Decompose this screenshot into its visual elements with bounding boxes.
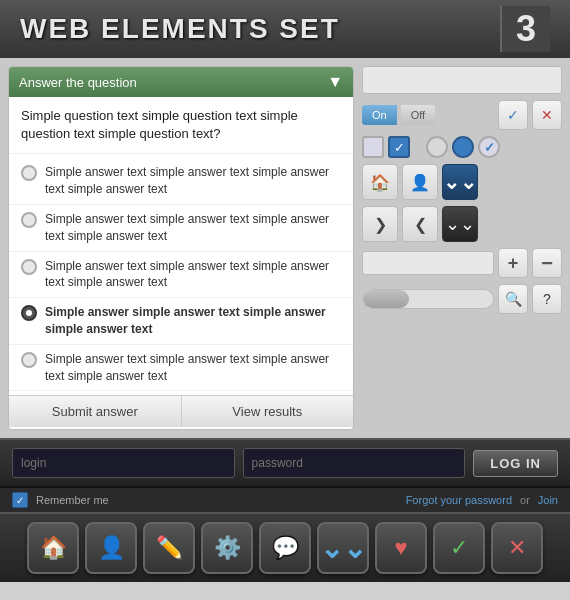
question-button[interactable]: ? [532, 284, 562, 314]
nav-row-2: ❯ ❮ ⌄⌄ [362, 206, 562, 242]
slider-input[interactable] [362, 251, 494, 275]
toggle-off-button[interactable]: Off [401, 105, 435, 125]
option-text-3: Simple answer text simple answer text si… [45, 258, 341, 292]
option-text-2: Simple answer text simple answer text si… [45, 211, 341, 245]
main-content: Answer the question ▼ Simple question te… [0, 58, 570, 438]
progress-bar-fill [363, 290, 409, 308]
quiz-option-3[interactable]: Simple answer text simple answer text si… [9, 252, 353, 299]
header-number: 3 [500, 6, 550, 52]
or-label: or [520, 494, 530, 506]
chevron-left-button[interactable]: ❮ [402, 206, 438, 242]
bottom-user-icon[interactable]: 👤 [85, 522, 137, 574]
radio-btn-3[interactable] [21, 259, 37, 275]
bottom-chat-icon[interactable]: 💬 [259, 522, 311, 574]
join-link[interactable]: Join [538, 494, 558, 506]
checkbox-empty-1[interactable] [362, 136, 384, 158]
option-text-1: Simple answer text simple answer text si… [45, 164, 341, 198]
progress-bar [362, 289, 494, 309]
header: WEB ELEMENTS SET 3 [0, 0, 570, 58]
quiz-header: Answer the question ▼ [9, 67, 353, 97]
quiz-question: Simple question text simple question tex… [9, 97, 353, 154]
quiz-header-label: Answer the question [19, 75, 137, 90]
bottom-home-icon[interactable]: 🏠 [27, 522, 79, 574]
bottom-edit-icon[interactable]: ✏️ [143, 522, 195, 574]
view-results-button[interactable]: View results [182, 396, 354, 427]
plus-button[interactable]: + [498, 248, 528, 278]
x-button[interactable]: ✕ [532, 100, 562, 130]
quiz-footer: Submit answer View results [9, 395, 353, 427]
bottom-close-icon[interactable]: ✕ [491, 522, 543, 574]
toggle-on-button[interactable]: On [362, 105, 397, 125]
remember-row: Remember me Forgot your password or Join [0, 488, 570, 512]
bottom-chevron-down-icon[interactable]: ⌄⌄ [317, 522, 369, 574]
home-nav-button[interactable]: 🏠 [362, 164, 398, 200]
check-button[interactable]: ✓ [498, 100, 528, 130]
radio-circle-1[interactable] [426, 136, 448, 158]
widget-text-input[interactable] [362, 66, 562, 94]
progress-row: 🔍 ? [362, 284, 562, 314]
quiz-option-5[interactable]: Simple answer text simple answer text si… [9, 345, 353, 392]
radio-circle-filled[interactable] [452, 136, 474, 158]
header-title: WEB ELEMENTS SET [20, 13, 340, 45]
login-input[interactable] [12, 448, 235, 478]
quiz-option-1[interactable]: Simple answer text simple answer text si… [9, 158, 353, 205]
nav-row-1: 🏠 👤 ⌄⌄ [362, 164, 562, 200]
checkbox-row [362, 136, 562, 158]
remember-label: Remember me [36, 494, 109, 506]
bottom-heart-icon[interactable]: ♥ [375, 522, 427, 574]
option-text-4: Simple answer simple answer text simple … [45, 304, 341, 338]
remember-checkbox[interactable] [12, 492, 28, 508]
radio-circle-checked[interactable] [478, 136, 500, 158]
forgot-password-link[interactable]: Forgot your password [406, 494, 512, 506]
radio-btn-2[interactable] [21, 212, 37, 228]
toggle-row: On Off ✓ ✕ [362, 100, 562, 130]
bottom-check-icon[interactable]: ✓ [433, 522, 485, 574]
user-nav-button[interactable]: 👤 [402, 164, 438, 200]
double-chevron-down-button[interactable]: ⌄⌄ [442, 206, 478, 242]
radio-btn-5[interactable] [21, 352, 37, 368]
quiz-options: Simple answer text simple answer text si… [9, 154, 353, 395]
quiz-dropdown-icon[interactable]: ▼ [327, 73, 343, 91]
widgets-panel: On Off ✓ ✕ 🏠 👤 ⌄⌄ ❯ ❮ ⌄⌄ [362, 66, 562, 430]
minus-button[interactable]: − [532, 248, 562, 278]
login-bar: LOG IN [0, 438, 570, 488]
password-input[interactable] [243, 448, 466, 478]
chevron-down-nav-button[interactable]: ⌄⌄ [442, 164, 478, 200]
checkbox-checked-1[interactable] [388, 136, 410, 158]
slider-row: + − [362, 248, 562, 278]
icon-bar: 🏠 👤 ✏️ ⚙️ 💬 ⌄⌄ ♥ ✓ ✕ [0, 512, 570, 582]
quiz-option-2[interactable]: Simple answer text simple answer text si… [9, 205, 353, 252]
search-button[interactable]: 🔍 [498, 284, 528, 314]
chevron-right-button[interactable]: ❯ [362, 206, 398, 242]
radio-btn-1[interactable] [21, 165, 37, 181]
submit-answer-button[interactable]: Submit answer [9, 396, 182, 427]
login-button[interactable]: LOG IN [473, 450, 558, 477]
quiz-option-4[interactable]: Simple answer simple answer text simple … [9, 298, 353, 345]
quiz-panel: Answer the question ▼ Simple question te… [8, 66, 354, 430]
option-text-5: Simple answer text simple answer text si… [45, 351, 341, 385]
bottom-gear-icon[interactable]: ⚙️ [201, 522, 253, 574]
radio-btn-4[interactable] [21, 305, 37, 321]
